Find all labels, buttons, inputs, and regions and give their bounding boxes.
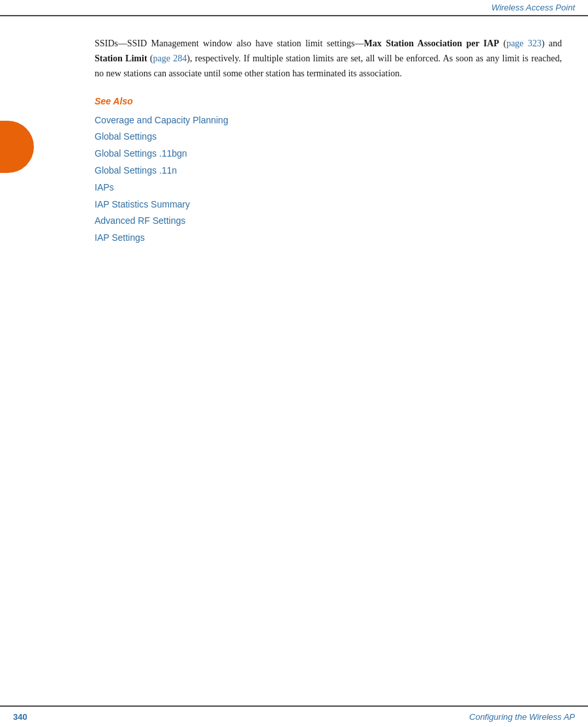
see-also-link-global-settings[interactable]: Global Settings	[95, 129, 562, 145]
see-also-link-coverage[interactable]: Coverage and Capacity Planning	[95, 113, 562, 129]
main-content: SSIDs—SSID Management window also have s…	[0, 16, 588, 266]
link-page-284[interactable]: page 284	[153, 54, 187, 63]
footer-section-title: Configuring the Wireless AP	[469, 712, 575, 722]
body-intro-text: SSIDs—SSID Management window also have s…	[95, 39, 562, 78]
term-station-limit: Station Limit	[95, 54, 147, 63]
body-paragraph: SSIDs—SSID Management window also have s…	[95, 36, 562, 81]
see-also-link-global-settings-11bgn[interactable]: Global Settings .11bgn	[95, 146, 562, 162]
see-also-section: See Also Coverage and Capacity Planning …	[95, 94, 562, 246]
link-page-323[interactable]: page 323	[506, 39, 542, 48]
page-footer: 340 Configuring the Wireless AP	[0, 705, 588, 727]
page-header: Wireless Access Point	[0, 0, 588, 16]
footer-page-number: 340	[13, 712, 27, 722]
see-also-link-iap-statistics[interactable]: IAP Statistics Summary	[95, 197, 562, 213]
see-also-link-iaps[interactable]: IAPs	[95, 180, 562, 196]
header-title: Wireless Access Point	[491, 3, 575, 12]
see-also-links: Coverage and Capacity Planning Global Se…	[95, 113, 562, 246]
see-also-label: See Also	[95, 94, 562, 108]
see-also-link-iap-settings[interactable]: IAP Settings	[95, 230, 562, 246]
term-max-station: Max Station Association per IAP	[364, 39, 499, 48]
see-also-link-global-settings-11n[interactable]: Global Settings .11n	[95, 163, 562, 179]
see-also-link-advanced-rf[interactable]: Advanced RF Settings	[95, 213, 562, 229]
